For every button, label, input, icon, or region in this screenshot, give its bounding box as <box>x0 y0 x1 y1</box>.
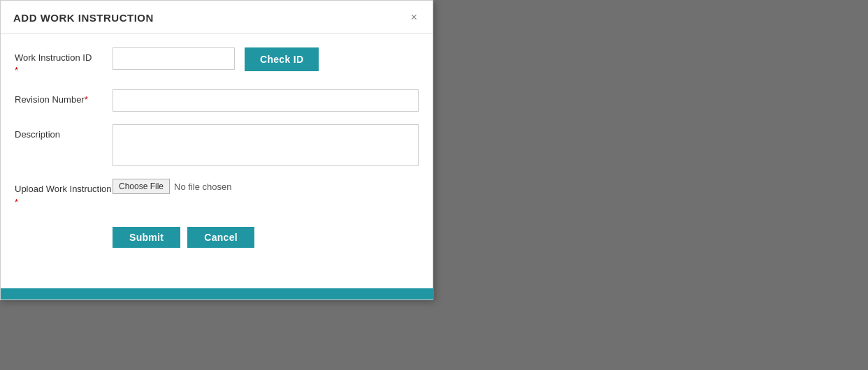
upload-label: Upload Work Instruction * <box>15 179 113 208</box>
work-instruction-id-label: Work Instruction ID * <box>15 47 113 77</box>
modal-title: ADD WORK INSTRUCTION <box>13 12 154 24</box>
required-star-revision: * <box>85 94 88 105</box>
file-chosen-text: No file chosen <box>174 182 231 192</box>
work-instruction-id-row: Work Instruction ID * Check ID <box>15 47 419 77</box>
submit-button[interactable]: Submit <box>113 227 180 248</box>
close-button[interactable]: × <box>408 10 420 24</box>
description-input[interactable] <box>113 124 419 166</box>
file-input-wrapper: Choose File No file chosen <box>113 179 231 194</box>
required-star-id: * <box>15 65 18 75</box>
revision-number-row: Revision Number* <box>15 89 419 112</box>
cancel-button[interactable]: Cancel <box>187 227 254 248</box>
modal-body: Work Instruction ID * Check ID Revision … <box>1 34 433 259</box>
description-row: Description <box>15 124 419 166</box>
form-actions: Submit Cancel <box>15 221 419 248</box>
revision-number-label: Revision Number* <box>15 89 113 106</box>
modal-header: ADD WORK INSTRUCTION × <box>1 1 433 34</box>
work-instruction-id-input[interactable] <box>113 47 235 70</box>
required-star-upload: * <box>15 197 18 207</box>
check-id-button[interactable]: Check ID <box>245 47 319 71</box>
add-work-instruction-modal: ADD WORK INSTRUCTION × Work Instruction … <box>0 0 433 300</box>
revision-number-input[interactable] <box>113 89 419 112</box>
upload-row: Upload Work Instruction * Choose File No… <box>15 179 419 208</box>
bottom-bar <box>1 288 434 299</box>
choose-file-button[interactable]: Choose File <box>113 179 170 194</box>
description-label: Description <box>15 124 113 141</box>
